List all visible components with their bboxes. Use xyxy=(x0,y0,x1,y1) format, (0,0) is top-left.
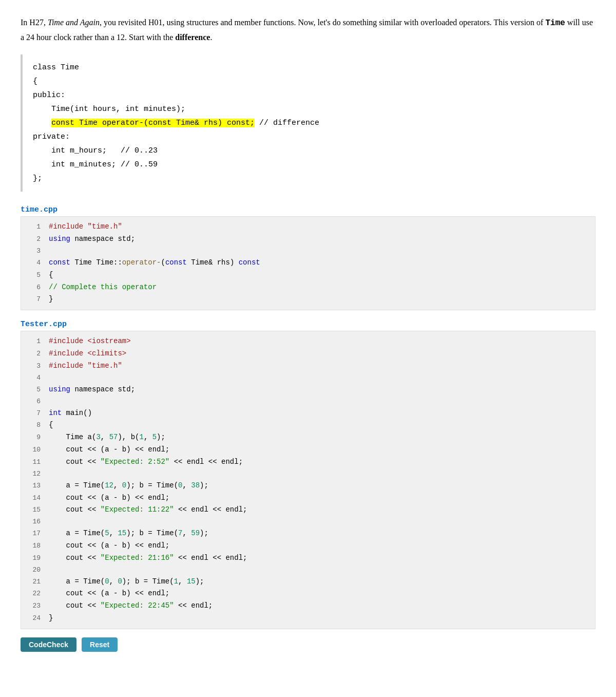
code-line: 13 a = Time(12, 0); b = Time(0, 38); xyxy=(21,480,595,492)
code-line: 12 xyxy=(21,468,595,480)
code-line: 6 // Complete this operator xyxy=(21,281,595,294)
code-line: 3 #include "time.h" xyxy=(21,360,595,372)
code-line: 24 } xyxy=(21,612,595,625)
class-line-4: Time(int hours, int minutes); xyxy=(33,102,585,116)
codecheck-button[interactable]: CodeCheck xyxy=(21,637,76,652)
code-line: 22 cout << (a - b) << endl; xyxy=(21,588,595,600)
code-line: 2 using namespace std; xyxy=(21,233,595,246)
code-line: 15 cout << "Expected: 11:22" << endl << … xyxy=(21,504,595,516)
intro-paragraph: In H27, Time and Again, you revisited H0… xyxy=(21,15,595,44)
highlighted-operator: const Time operator-(const Time& rhs) co… xyxy=(51,119,255,127)
code-line: 7 int main() xyxy=(21,407,595,420)
reset-button[interactable]: Reset xyxy=(82,637,118,652)
code-line: 4 const Time Time::operator-(const Time&… xyxy=(21,257,595,269)
code-line: 11 cout << "Expected: 2:52" << endl << e… xyxy=(21,456,595,468)
class-line-8: int m_minutes; // 0..59 xyxy=(33,158,585,172)
code-line: 5 { xyxy=(21,269,595,281)
code-line: 3 xyxy=(21,246,595,257)
code-line: 21 a = Time(0, 0); b = Time(1, 15); xyxy=(21,576,595,588)
time-monospace: Time xyxy=(545,18,565,28)
class-line-3: public: xyxy=(33,88,585,102)
code-line: 10 cout << (a - b) << endl; xyxy=(21,444,595,456)
class-line-6: private: xyxy=(33,130,585,144)
code-block-timecpp: 1 #include "time.h" 2 using namespace st… xyxy=(21,216,595,310)
code-line: 6 xyxy=(21,396,595,407)
class-line-2: { xyxy=(33,74,585,88)
code-line: 2 #include <climits> xyxy=(21,348,595,360)
code-line: 18 cout << (a - b) << endl; xyxy=(21,540,595,552)
code-line: 17 a = Time(5, 15); b = Time(7, 59); xyxy=(21,528,595,540)
button-row: CodeCheck Reset xyxy=(21,637,595,652)
code-line: 20 xyxy=(21,564,595,576)
code-line: 23 cout << "Expected: 22:45" << endl; xyxy=(21,600,595,612)
code-block-testercpp: 1 #include <iostream> 2 #include <climit… xyxy=(21,331,595,629)
code-line: 16 xyxy=(21,516,595,528)
class-line-7: int m_hours; // 0..23 xyxy=(33,144,585,158)
class-line-1: class Time xyxy=(33,61,585,74)
file-label-testercpp: Tester.cpp xyxy=(21,318,595,331)
code-line: 1 #include <iostream> xyxy=(21,335,595,348)
code-line: 8 { xyxy=(21,419,595,431)
code-line: 19 cout << "Expected: 21:16" << endl << … xyxy=(21,552,595,564)
file-label-timecpp: time.cpp xyxy=(21,204,595,216)
class-line-9: }; xyxy=(33,172,585,185)
bold-difference: difference xyxy=(175,33,210,42)
class-definition-box: class Time { public: Time(int hours, int… xyxy=(21,54,595,192)
code-line: 1 #include "time.h" xyxy=(21,221,595,233)
code-line: 14 cout << (a - b) << endl; xyxy=(21,492,595,504)
code-line: 7 } xyxy=(21,293,595,306)
italic-title: Time and Again xyxy=(48,18,100,27)
code-line: 9 Time a(3, 57), b(1, 5); xyxy=(21,431,595,444)
code-line: 4 xyxy=(21,372,595,384)
code-line: 5 using namespace std; xyxy=(21,384,595,396)
class-line-5: const Time operator-(const Time& rhs) co… xyxy=(33,116,585,130)
